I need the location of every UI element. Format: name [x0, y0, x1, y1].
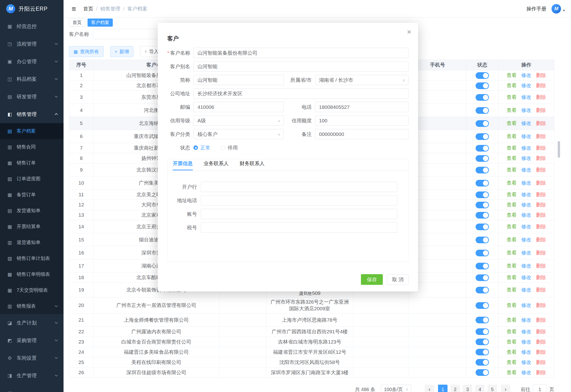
- page-number-button[interactable]: 1: [438, 385, 448, 392]
- delete-link[interactable]: 删除: [536, 224, 546, 229]
- edit-link[interactable]: 修改: [521, 339, 531, 345]
- sidebar-item[interactable]: ▣ 办公管理: [0, 53, 63, 70]
- delete-link[interactable]: 删除: [536, 94, 546, 100]
- status-toggle[interactable]: [476, 192, 489, 198]
- status-toggle[interactable]: [476, 72, 489, 79]
- status-toggle[interactable]: [476, 250, 489, 256]
- customer-name-input[interactable]: [194, 48, 408, 58]
- status-radio-disabled[interactable]: 停用: [221, 144, 238, 151]
- view-link[interactable]: 查看: [507, 107, 516, 113]
- caret-down-icon[interactable]: ▾: [563, 8, 565, 13]
- vertical-scrollbar-thumb[interactable]: [558, 141, 560, 158]
- sidebar-item[interactable]: ▦ 销售订单: [0, 155, 63, 171]
- edit-link[interactable]: 修改: [521, 167, 531, 172]
- view-link[interactable]: 查看: [507, 120, 516, 126]
- status-toggle[interactable]: [476, 328, 489, 335]
- edit-link[interactable]: 修改: [521, 180, 531, 185]
- status-toggle[interactable]: [476, 349, 489, 355]
- status-toggle[interactable]: [476, 155, 489, 162]
- credit-level-select-input[interactable]: [194, 115, 284, 126]
- province-select[interactable]: ∨: [315, 75, 408, 85]
- view-link[interactable]: 查看: [507, 339, 516, 345]
- credit-level-select[interactable]: ∨: [194, 115, 284, 126]
- status-toggle[interactable]: [476, 369, 489, 376]
- delete-link[interactable]: 删除: [536, 302, 546, 308]
- zip-input[interactable]: [194, 102, 284, 112]
- edit-link[interactable]: 修改: [521, 212, 531, 218]
- delete-link[interactable]: 删除: [536, 317, 546, 323]
- sidebar-item[interactable]: ◨ 生产管理: [0, 367, 63, 384]
- edit-link[interactable]: 修改: [521, 370, 531, 375]
- breadcrumb-home[interactable]: 首页: [83, 5, 93, 12]
- view-link[interactable]: 查看: [507, 250, 516, 255]
- prev-page-button[interactable]: ‹: [425, 385, 434, 392]
- view-link[interactable]: 查看: [507, 237, 516, 242]
- delete-link[interactable]: 删除: [536, 107, 546, 113]
- delete-link[interactable]: 删除: [536, 134, 546, 139]
- delete-link[interactable]: 删除: [536, 180, 546, 185]
- close-icon[interactable]: ×: [407, 28, 411, 36]
- view-link[interactable]: 查看: [507, 359, 516, 365]
- invoice-field-input[interactable]: [201, 182, 397, 192]
- add-button[interactable]: + 新增: [110, 46, 134, 57]
- delete-link[interactable]: 删除: [536, 359, 546, 365]
- next-page-button[interactable]: ›: [501, 385, 510, 392]
- edit-link[interactable]: 修改: [521, 120, 531, 126]
- delete-link[interactable]: 删除: [536, 370, 546, 375]
- sidebar-item[interactable]: ▧ 销售订单计划表: [0, 251, 63, 266]
- delete-link[interactable]: 删除: [536, 275, 546, 280]
- invoice-field-input[interactable]: [201, 222, 397, 233]
- status-radio-normal[interactable]: 正常: [194, 144, 210, 151]
- view-link[interactable]: 查看: [507, 317, 516, 323]
- sidebar-item[interactable]: ▤ 发货通知单: [0, 203, 63, 219]
- delete-link[interactable]: 删除: [536, 349, 546, 355]
- status-toggle[interactable]: [476, 94, 489, 101]
- invoice-field-input[interactable]: [201, 209, 397, 219]
- province-select-input[interactable]: [315, 75, 408, 85]
- view-link[interactable]: 查看: [507, 263, 516, 268]
- query-all-button[interactable]: ▦ 查询所有: [69, 46, 104, 57]
- delete-link[interactable]: 删除: [536, 202, 546, 207]
- status-toggle[interactable]: [476, 202, 489, 208]
- edit-link[interactable]: 修改: [521, 302, 531, 308]
- delete-link[interactable]: 删除: [536, 145, 546, 151]
- short-name-input[interactable]: [194, 75, 284, 85]
- view-link[interactable]: 查看: [507, 275, 516, 280]
- delete-link[interactable]: 删除: [536, 339, 546, 345]
- edit-link[interactable]: 修改: [521, 224, 531, 229]
- sidebar-item[interactable]: ▨ 订单进度图: [0, 171, 63, 187]
- sidebar-item[interactable]: ▦ 备货订单: [0, 187, 63, 203]
- edit-link[interactable]: 修改: [521, 359, 531, 365]
- sidebar-item[interactable]: ⚙ 车间设置: [0, 349, 63, 367]
- dialog-tab[interactable]: 业务联系人: [204, 160, 229, 170]
- edit-link[interactable]: 修改: [521, 287, 531, 293]
- view-link[interactable]: 查看: [507, 370, 516, 375]
- breadcrumb-sales[interactable]: 销售管理: [100, 5, 120, 12]
- edit-link[interactable]: 修改: [521, 317, 531, 323]
- delete-link[interactable]: 删除: [536, 250, 546, 255]
- status-toggle[interactable]: [476, 180, 489, 186]
- status-toggle[interactable]: [476, 274, 489, 281]
- sidebar-item[interactable]: ▦ 7天交货明细表: [0, 282, 63, 298]
- view-link[interactable]: 查看: [507, 212, 516, 218]
- edit-link[interactable]: 修改: [521, 134, 531, 139]
- delete-link[interactable]: 删除: [536, 155, 546, 161]
- delete-link[interactable]: 删除: [536, 120, 546, 126]
- credit-limit-input[interactable]: [315, 115, 408, 126]
- page-size-select[interactable]: 100条/页 ∨: [381, 385, 411, 392]
- dialog-tab[interactable]: 开票信息: [173, 160, 193, 170]
- goto-page-input[interactable]: [533, 385, 547, 392]
- view-link[interactable]: 查看: [507, 349, 516, 355]
- status-toggle[interactable]: [476, 317, 489, 323]
- sidebar-item[interactable]: ◧ 销售管理: [0, 105, 63, 123]
- phone-input[interactable]: [315, 102, 408, 112]
- edit-link[interactable]: 修改: [521, 107, 531, 113]
- view-link[interactable]: 查看: [507, 287, 516, 293]
- edit-link[interactable]: 修改: [521, 349, 531, 355]
- edit-link[interactable]: 修改: [521, 94, 531, 100]
- category-select[interactable]: ∨: [194, 129, 284, 139]
- category-select-input[interactable]: [194, 129, 284, 139]
- delete-link[interactable]: 删除: [536, 167, 546, 172]
- delete-link[interactable]: 删除: [536, 212, 546, 218]
- edit-link[interactable]: 修改: [521, 202, 531, 207]
